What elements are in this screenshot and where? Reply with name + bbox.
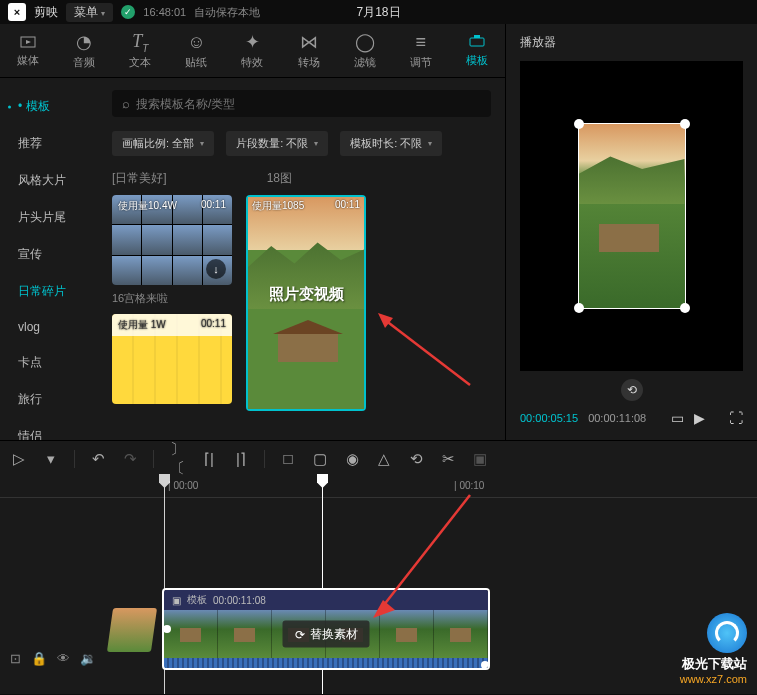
magnet-icon[interactable]: ⊡ — [10, 651, 21, 666]
timeline[interactable]: | 00:00 | 00:10 ▣ 模板 00:00:11:08 ⟳ 替换素材 … — [0, 476, 757, 694]
pointer-dropdown[interactable]: ▾ — [42, 450, 60, 468]
filter-ratio[interactable]: 画幅比例: 全部▾ — [112, 131, 214, 156]
play-button[interactable]: ▶ — [694, 410, 705, 426]
delete-tool[interactable]: □ — [279, 450, 297, 467]
title-bar: × 剪映 菜单 ▾ ✓ 16:48:01 自动保存本地 7月18日 — [0, 0, 757, 24]
filter-icon: ◯ — [355, 31, 375, 53]
adjust-icon: ≡ — [416, 32, 427, 53]
template-thumb-1[interactable]: 使用量10.4W00:11 ↓ — [112, 195, 232, 285]
tab-effects[interactable]: ✦特效 — [224, 24, 280, 77]
thumb-usage: 使用量1085 — [252, 199, 304, 213]
clip-handle-left[interactable] — [163, 625, 171, 633]
thumb-usage: 使用量 1W — [118, 318, 166, 332]
record-tool[interactable]: ◉ — [343, 450, 361, 468]
filter-segments[interactable]: 片段数量: 不限▾ — [226, 131, 328, 156]
template-clip[interactable]: ▣ 模板 00:00:11:08 ⟳ 替换素材 — [162, 588, 490, 670]
sidebar-item-vlog[interactable]: vlog — [0, 310, 98, 344]
clip-audio-waveform — [164, 658, 488, 668]
sidebar-item-intro[interactable]: 片头片尾 — [0, 199, 98, 236]
sidebar-item-promo[interactable]: 宣传 — [0, 236, 98, 273]
app-logo: × — [8, 3, 26, 21]
chevron-down-icon: ▾ — [428, 139, 432, 148]
clip-thumbnail[interactable] — [107, 608, 157, 652]
lock-icon[interactable]: 🔒 — [31, 651, 47, 666]
sticker-icon: ☺ — [187, 32, 205, 53]
thumb-usage: 使用量10.4W — [118, 199, 177, 213]
svg-rect-1 — [470, 38, 484, 46]
resize-handle-tl[interactable] — [574, 119, 584, 129]
mirror-tool[interactable]: △ — [375, 450, 393, 468]
filter-duration[interactable]: 模板时长: 不限▾ — [340, 131, 442, 156]
export-frame-tool[interactable]: ▣ — [471, 450, 489, 468]
autosave-text: 自动保存本地 — [194, 5, 260, 20]
menu-button[interactable]: 菜单 ▾ — [66, 3, 113, 22]
tab-text[interactable]: TT文本 — [112, 24, 168, 77]
tab-filter[interactable]: ◯滤镜 — [337, 24, 393, 77]
eye-icon[interactable]: 👁 — [57, 651, 70, 666]
replace-material-button[interactable]: ⟳ 替换素材 — [283, 621, 370, 648]
sidebar-item-travel[interactable]: 旅行 — [0, 381, 98, 418]
template-thumb-2[interactable]: 照片变视频 使用量108500:11 — [246, 195, 366, 411]
search-icon: ⌕ — [122, 96, 130, 111]
resize-handle-tr[interactable] — [680, 119, 690, 129]
preview-canvas[interactable]: ⟲ — [520, 61, 743, 371]
download-icon[interactable]: ↓ — [206, 259, 226, 279]
audio-icon: ◔ — [76, 31, 92, 53]
rotate-icon[interactable]: ⟲ — [621, 379, 643, 401]
clip-type: 模板 — [187, 593, 207, 607]
time-ruler[interactable]: | 00:00 | 00:10 — [0, 476, 757, 498]
search-input[interactable] — [136, 97, 481, 111]
project-title: 7月18日 — [356, 4, 400, 21]
autosave-check-icon: ✓ — [121, 5, 135, 19]
effects-icon: ✦ — [245, 31, 260, 53]
sidebar-item-recommend[interactable]: 推荐 — [0, 125, 98, 162]
crop2-tool[interactable]: ✂ — [439, 450, 457, 468]
ratio-icon[interactable]: ▭ — [671, 410, 684, 426]
chevron-down-icon: ▾ — [314, 139, 318, 148]
tab-sticker[interactable]: ☺贴纸 — [168, 24, 224, 77]
section-label-a: [日常美好] — [112, 170, 167, 187]
chevron-down-icon: ▾ — [200, 139, 204, 148]
sidebar-item-style[interactable]: 风格大片 — [0, 162, 98, 199]
autosave-time: 16:48:01 — [143, 6, 186, 18]
section-label-b: 18图 — [267, 170, 292, 187]
trim-left-tool[interactable]: ⌈| — [200, 450, 218, 468]
template-thumb-3[interactable]: 使用量 1W00:11 — [112, 314, 232, 404]
sidebar-item-couple[interactable]: 情侣 — [0, 418, 98, 440]
thumb-duration: 00:11 — [201, 318, 226, 332]
asset-panel: 媒体 ◔音频 TT文本 ☺贴纸 ✦特效 ⋈转场 ◯滤镜 ≡调节 模板 • 模板 … — [0, 24, 506, 440]
rotate-tool[interactable]: ⟲ — [407, 450, 425, 468]
clip-header: ▣ 模板 00:00:11:08 — [164, 590, 488, 610]
app-name: 剪映 — [34, 4, 58, 21]
pointer-tool[interactable]: ▷ — [10, 450, 28, 468]
undo-button[interactable]: ↶ — [89, 450, 107, 468]
fullscreen-icon[interactable]: ⛶ — [729, 410, 743, 426]
category-tabs: 媒体 ◔音频 TT文本 ☺贴纸 ✦特效 ⋈转场 ◯滤镜 ≡调节 模板 — [0, 24, 505, 78]
tab-audio[interactable]: ◔音频 — [56, 24, 112, 77]
thumb-overlay-text: 照片变视频 — [248, 285, 364, 304]
ruler-tick: | 00:10 — [454, 480, 484, 491]
preview-clip[interactable] — [578, 123, 686, 309]
template-icon — [468, 33, 486, 51]
resize-handle-bl[interactable] — [574, 303, 584, 313]
resize-handle-br[interactable] — [680, 303, 690, 313]
split-tool[interactable]: 〕〔 — [168, 440, 186, 478]
thumb-duration: 00:11 — [201, 199, 226, 213]
text-icon: TT — [132, 31, 148, 54]
tab-template[interactable]: 模板 — [449, 24, 505, 77]
trim-right-tool[interactable]: |⌉ — [232, 450, 250, 468]
clip-frames: ⟳ 替换素材 — [164, 610, 488, 658]
media-icon — [19, 33, 37, 51]
sidebar-item-beat[interactable]: 卡点 — [0, 344, 98, 381]
sidebar-item-daily[interactable]: 日常碎片 — [0, 273, 98, 310]
watermark-name: 极光下载站 — [680, 655, 747, 673]
redo-button[interactable]: ↷ — [121, 450, 139, 468]
clip-handle-right[interactable] — [481, 661, 489, 669]
tab-transition[interactable]: ⋈转场 — [281, 24, 337, 77]
mute-icon[interactable]: 🔉 — [80, 651, 96, 666]
tab-media[interactable]: 媒体 — [0, 24, 56, 77]
sidebar-item-template[interactable]: • 模板 — [0, 88, 98, 125]
tab-adjust[interactable]: ≡调节 — [393, 24, 449, 77]
search-box[interactable]: ⌕ — [112, 90, 491, 117]
crop-tool[interactable]: ▢ — [311, 450, 329, 468]
